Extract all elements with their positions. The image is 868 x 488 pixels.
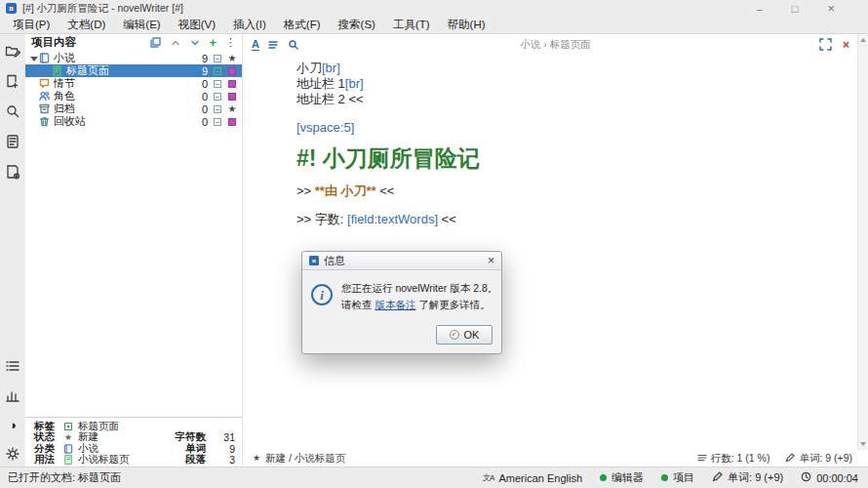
dialog-close-icon[interactable] [488, 255, 494, 266]
vspace-shortcode: [vspace:5] [296, 120, 845, 136]
outline-view-icon[interactable] [5, 134, 20, 149]
breadcrumb-parent: 小说 [520, 38, 540, 50]
active-flag-icon [214, 118, 221, 126]
app-icon [309, 256, 319, 265]
tree-item-count: 0 [193, 116, 208, 128]
chars-value: 31 [219, 431, 235, 443]
word-count-line: >> 字数: [field:textWords] << [296, 212, 845, 227]
tree-item-count: 9 [193, 53, 208, 64]
dialog-title: 信息 [324, 254, 345, 268]
editor-search-icon[interactable] [288, 38, 300, 51]
project-tree-icon[interactable] [5, 43, 20, 59]
byline: >> **由 小刀** << [296, 183, 845, 199]
status-flag-icon [228, 80, 236, 88]
active-flag-icon [214, 105, 221, 113]
manuscript-build-icon[interactable] [5, 164, 20, 180]
paras-label: 段落 [185, 453, 206, 467]
menu-view[interactable]: 视图(V) [170, 18, 224, 32]
window-title: [#] 小刀厕所冒险记 - novelWriter [#] [22, 2, 183, 16]
menu-search[interactable]: 搜索(S) [330, 18, 384, 32]
clock-icon [801, 471, 811, 484]
title-bar: [#] 小刀厕所冒险记 - novelWriter [#] [0, 0, 868, 17]
novel-view-icon[interactable] [5, 73, 20, 89]
green-dot-icon [600, 474, 607, 481]
editor-footer: 新建 / 小说标题页 行数: 1 (1 %) 单词: 9 (+9) [243, 450, 868, 467]
session-words-label: 单词: 9 (+9) [728, 470, 783, 485]
language-icon: 文A [483, 472, 493, 483]
editor-header: 小说 › 标题页面 [243, 34, 868, 55]
quick-links-icon[interactable] [150, 37, 161, 48]
status-star-icon[interactable] [253, 454, 260, 463]
language-selector[interactable]: 文A American English [483, 472, 582, 484]
session-words: 单词: 9 (+9) [712, 470, 783, 485]
status-flag-icon [228, 67, 236, 75]
plot-bubble-icon [38, 78, 50, 90]
scroll-up-icon[interactable] [860, 38, 866, 42]
session-timer: 00:00:04 [801, 471, 858, 484]
tag-icon [63, 422, 73, 431]
item-details-panel: 标签 标题页面 状态 新建 分类 小说 [25, 417, 242, 467]
tree-item-count: 0 [193, 91, 208, 102]
writing-stats-icon[interactable] [5, 388, 20, 404]
close-button[interactable] [827, 1, 835, 16]
release-notes-link[interactable]: 版本备注 [375, 299, 415, 310]
sidebar [0, 34, 25, 467]
tree-item-trash[interactable]: 回收站 0 [25, 115, 242, 128]
active-flag-icon [214, 67, 221, 75]
status-flag-icon [228, 93, 236, 101]
project-menu-icon[interactable] [225, 37, 236, 48]
words-value: 9 [219, 443, 235, 455]
status-flag-icon [228, 118, 236, 126]
editor-theme-label: 编辑器 [612, 470, 644, 485]
menu-tools[interactable]: 工具(T) [384, 18, 439, 32]
app-icon [6, 3, 17, 14]
close-document-icon[interactable] [843, 39, 849, 51]
editor-scrollbar[interactable] [857, 34, 868, 450]
menu-project[interactable]: 项目(P) [4, 18, 59, 32]
status-bar: 已打开的文档: 标题页面 文A American English 编辑器 项目 … [0, 467, 868, 488]
footer-line-count: 行数: 1 (1 %) [711, 452, 770, 466]
minimize-button[interactable] [757, 3, 763, 15]
importance-star-icon [228, 104, 237, 114]
importance-star-icon [228, 54, 237, 63]
menu-bar: 项目(P) 文档(D) 编辑(E) 视图(V) 插入(I) 格式(F) 搜索(S… [0, 17, 868, 34]
active-flag-icon [214, 93, 221, 101]
trash-icon [38, 116, 50, 128]
project-tree: 小说 9 标题页面 9 [25, 51, 242, 128]
text-line: 小刀[br] [296, 61, 845, 76]
menu-help[interactable]: 帮助(H) [439, 18, 494, 32]
menu-format[interactable]: 格式(F) [275, 18, 330, 32]
scroll-down-icon[interactable] [860, 442, 866, 446]
document-icon [51, 65, 62, 77]
collapse-arrow-icon[interactable] [29, 54, 38, 62]
doc-menu-icon[interactable] [267, 38, 280, 51]
menu-edit[interactable]: 编辑(E) [114, 18, 169, 32]
editor-theme-indicator: 编辑器 [600, 470, 644, 485]
info-icon [311, 284, 333, 305]
move-up-icon[interactable] [170, 37, 180, 48]
settings-gear-icon[interactable] [5, 446, 20, 462]
add-item-icon[interactable] [209, 36, 217, 49]
menu-document[interactable]: 文档(D) [59, 18, 114, 32]
text-settings-icon[interactable] [252, 39, 259, 51]
ok-button[interactable]: OK [436, 325, 493, 345]
status-document: 已打开的文档: 标题页面 [8, 470, 121, 485]
move-down-icon[interactable] [189, 37, 200, 48]
maximize-button[interactable] [792, 3, 799, 15]
project-theme-indicator: 项目 [661, 470, 694, 485]
search-icon[interactable] [5, 103, 20, 119]
outline-details-icon[interactable] [5, 358, 20, 374]
footer-status[interactable]: 新建 / 小说标题页 [265, 452, 345, 466]
dialog-title-bar[interactable]: 信息 [302, 252, 501, 270]
pen-icon [712, 471, 723, 484]
dialog-message-line2: 请检查 版本备注 了解更多详情。 [341, 297, 493, 313]
book-icon [38, 53, 50, 64]
lines-icon [697, 453, 707, 465]
tree-item-novel[interactable]: 小说 9 [25, 52, 242, 64]
theme-toggle-icon[interactable] [9, 419, 17, 431]
text-line: 地址栏 1[br] [296, 76, 845, 92]
focus-mode-icon[interactable] [819, 38, 832, 51]
menu-insert[interactable]: 插入(I) [224, 18, 275, 32]
document-heading: #! 小刀厕所冒险记 [296, 144, 845, 172]
tree-item-label: 回收站 [54, 114, 86, 129]
